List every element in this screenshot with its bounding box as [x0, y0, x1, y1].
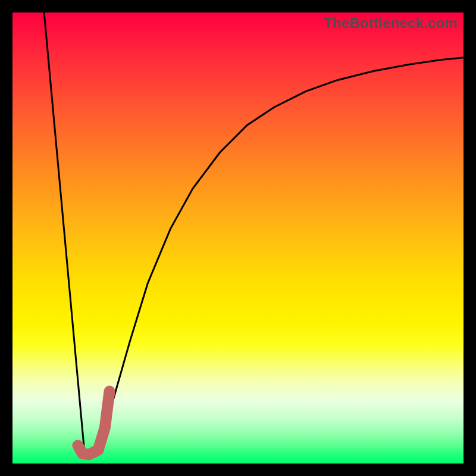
right-curve-path: [98, 58, 464, 450]
plot-area: TheBottleneck.com: [12, 12, 464, 464]
left-line-path: [44, 12, 84, 455]
chart-frame: TheBottleneck.com: [0, 0, 476, 476]
chart-svg: [12, 12, 464, 464]
